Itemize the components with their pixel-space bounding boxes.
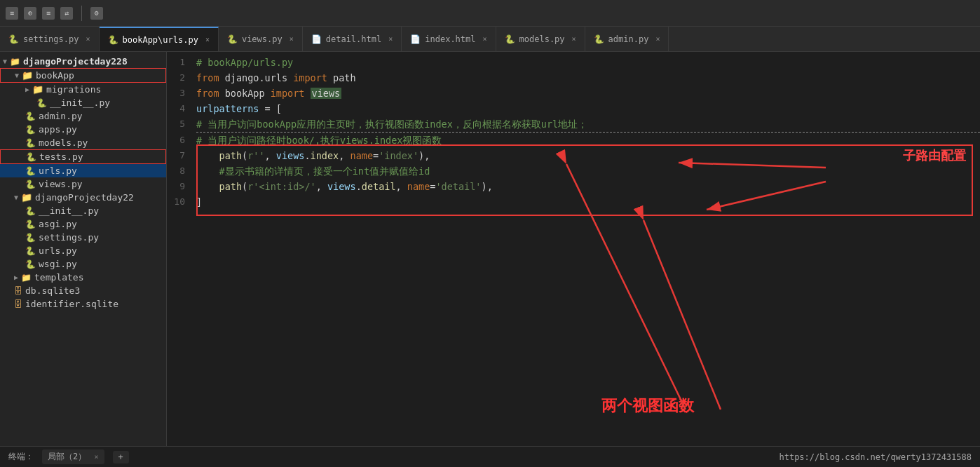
sidebar-item-label: urls.py [39,245,77,256]
tab-close-icon[interactable]: × [572,35,576,43]
folder-icon: 📁 [21,192,32,203]
py-file-icon: 🐍 [25,219,36,229]
sidebar-item-label: settings.py [39,232,99,243]
hamburger-icon[interactable]: ≡ [6,7,18,20]
sidebar-item-urls[interactable]: 🐍 urls.py [0,164,166,177]
local-close-icon[interactable]: × [94,453,98,461]
tab-close-icon[interactable]: × [86,35,90,43]
templates-folder-icon: 📁 [21,273,32,283]
plus-icon[interactable]: ⊕ [24,7,36,20]
line-content: # 当用户访问bookApp应用的主页时，执行视图函数index，反向根据名称获… [196,116,980,133]
code-editor[interactable]: 1 # bookApp/urls.py 2 from django.urls i… [167,52,980,446]
tab-close-icon[interactable]: × [388,35,393,43]
line-content: #显示书籍的详情页，接受一个int值并赋值给id [196,163,980,179]
tab-label: detail.html [326,34,381,44]
sidebar-item-models[interactable]: 🐍 models.py [0,136,166,149]
arrow-down-icon: ▼ [14,194,18,201]
line-number: 6 [167,133,196,148]
sidebar-item-wsgi[interactable]: 🐍 wsgi.py [0,257,166,271]
code-line-5: 5 # 当用户访问bookApp应用的主页时，执行视图函数index，反向根据名… [167,116,980,133]
code-line-4: 4 urlpatterns = [ [167,101,980,116]
local-tab[interactable]: 局部（2） × [42,449,104,464]
code-line-6: 6 # 当用户访问路径时book/,执行views.index视图函数 [167,133,980,148]
sidebar-item-label: models.py [39,137,88,148]
gear-icon[interactable]: ⚙ [90,7,103,20]
sidebar-item-apps[interactable]: 🐍 apps.py [0,123,166,136]
project-folder-icon: 📁 [10,57,20,67]
tab-label: settings.py [23,34,79,44]
sidebar-item-settings[interactable]: 🐍 settings.py [0,231,166,244]
tab-detail[interactable]: 📄 detail.html × [303,27,402,51]
sidebar-item-views[interactable]: 🐍 views.py [0,177,166,191]
main-area: ▼ 📁 djangoProjectday228 ▼ 📁 bookApp ▶ 📁 … [0,52,980,446]
line-number: 7 [167,148,196,163]
code-line-3: 3 from bookApp import views [167,86,980,101]
sidebar-item-label: templates [34,272,83,283]
tab-settings[interactable]: 🐍 settings.py × [0,27,100,51]
sidebar-item-label: migrations [46,84,101,95]
line-number: 1 [167,55,196,70]
tab-label: bookApp\urls.py [123,35,198,45]
tab-models[interactable]: 🐍 models.py × [496,27,585,51]
sidebar-item-identifier-sqlite[interactable]: 🗄 identifier.sqlite [0,297,166,311]
line-number: 3 [167,86,196,101]
sidebar-item-migrations[interactable]: ▶ 📁 migrations [0,83,166,96]
sidebar-item-tests[interactable]: 🐍 tests.py [0,149,166,164]
sidebar-item-django-project22[interactable]: ▼ 📁 djangoProjectday22 [0,191,166,204]
sidebar-item-label: db.sqlite3 [25,285,80,296]
tab-urls[interactable]: 🐍 bookApp\urls.py × [100,27,219,51]
plus-icon: + [118,452,123,462]
sidebar-item-label: admin.py [39,111,83,121]
code-line-8: 8 #显示书籍的详情页，接受一个int值并赋值给id [167,163,980,179]
swap-icon[interactable]: ⇄ [60,7,73,20]
arrow-down-icon: ▼ [3,57,7,65]
line-content: path(r'<int:id>/', views.detail, name='d… [196,179,980,194]
line-content: # bookApp/urls.py [196,55,980,70]
sidebar-item-init[interactable]: 🐍 __init__.py [0,96,166,109]
svg-line-5 [644,220,721,410]
folder-icon: 📁 [32,84,43,95]
sidebar-item-asgi[interactable]: 🐍 asgi.py [0,217,166,231]
py-file-icon: 🐍 [25,259,36,269]
tab-views[interactable]: 🐍 views.py × [219,27,303,51]
sidebar-item-project-root[interactable]: ▼ 📁 djangoProjectday228 [0,55,166,68]
tab-close-icon[interactable]: × [205,36,210,43]
tab-admin[interactable]: 🐍 admin.py × [585,27,669,51]
py-file-icon: 🐍 [25,246,36,256]
sidebar-item-label: __init__.py [50,97,110,108]
list-icon[interactable]: ≡ [42,7,55,20]
add-terminal-button[interactable]: + [113,451,129,463]
code-line-7: 7 path(r'', views.index, name='index'), [167,148,980,163]
sidebar-item-bookapp[interactable]: ▼ 📁 bookApp [0,68,166,83]
line-content: from django.urls import path [196,70,980,86]
py-file-icon: 🐍 [25,125,36,135]
db-file-icon: 🗄 [14,299,22,309]
code-line-1: 1 # bookApp/urls.py [167,55,980,70]
py-file-icon: 🐍 [25,206,36,216]
tab-label: admin.py [608,34,649,44]
py-icon: 🐍 [505,34,515,44]
tab-close-icon[interactable]: × [655,35,660,43]
terminal-label: 终端： [8,451,34,463]
code-line-2: 2 from django.urls import path [167,70,980,86]
sidebar: ▼ 📁 djangoProjectday228 ▼ 📁 bookApp ▶ 📁 … [0,52,167,446]
tab-index[interactable]: 📄 index.html × [402,27,496,51]
sidebar-item-db-sqlite[interactable]: 🗄 db.sqlite3 [0,284,166,297]
html-icon: 📄 [311,34,322,44]
sidebar-item-label: apps.py [39,124,77,135]
py-file-icon: 🐍 [25,111,36,121]
html-icon: 📄 [410,34,421,44]
toolbar: ≡ ⊕ ≡ ⇄ ⚙ [0,0,980,27]
arrow-down-icon: ▼ [15,72,19,79]
line-content: # 当用户访问路径时book/,执行views.index视图函数 [196,133,980,148]
sidebar-item-templates[interactable]: ▶ 📁 templates [0,271,166,284]
line-number: 2 [167,70,196,86]
tab-close-icon[interactable]: × [290,35,294,43]
sidebar-item-label: tests.py [39,151,83,162]
sidebar-item-urls2[interactable]: 🐍 urls.py [0,244,166,257]
sidebar-item-admin[interactable]: 🐍 admin.py [0,109,166,123]
sidebar-item-init2[interactable]: 🐍 __init__.py [0,204,166,217]
sidebar-item-label: wsgi.py [39,259,77,269]
sidebar-item-label: djangoProjectday22 [35,192,134,203]
tab-close-icon[interactable]: × [483,35,487,43]
